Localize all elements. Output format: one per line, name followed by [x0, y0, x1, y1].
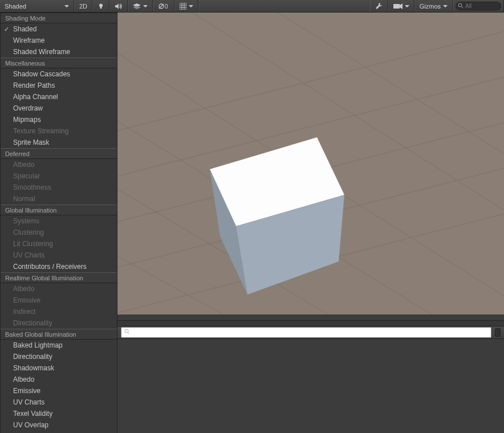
svg-marker-4: [133, 6, 141, 9]
scene-search-wrap: [453, 0, 504, 12]
gizmo-settings-dropdown[interactable]: [174, 0, 198, 12]
bottom-toolbar-button[interactable]: [495, 328, 501, 337]
svg-text:0: 0: [165, 3, 168, 10]
menu-item-label: Albedo: [13, 285, 34, 293]
menu-item-label: Texture Streaming: [13, 127, 68, 135]
menu-item[interactable]: Wireframe: [1, 35, 117, 46]
menu-item[interactable]: UV Charts: [1, 397, 117, 408]
tools-button[interactable]: [370, 0, 388, 12]
menu-item-label: UV Charts: [13, 251, 44, 259]
menu-item[interactable]: Contributors / Receivers: [1, 261, 117, 272]
panel-tab-strip: [117, 321, 504, 326]
menu-item-label: Normal: [13, 195, 35, 203]
fx-dropdown[interactable]: [128, 0, 153, 12]
chevron-down-icon: [443, 5, 448, 7]
bottom-search-input[interactable]: [121, 327, 491, 338]
layers-icon: [133, 3, 141, 9]
menu-item[interactable]: UV Overlap: [1, 419, 117, 431]
menu-item-label: Wireframe: [13, 36, 44, 44]
menu-item: Normal: [1, 193, 117, 205]
menu-item[interactable]: Baked Lightmap: [1, 340, 117, 351]
menu-item: UV Charts: [1, 250, 117, 261]
menu-section-header: Global Illumination: [1, 205, 117, 215]
menu-item: Smoothness: [1, 182, 117, 193]
scene-viewport[interactable]: [117, 13, 504, 314]
menu-item-label: Emissive: [13, 296, 40, 304]
chevron-down-icon: [64, 5, 69, 7]
camera-icon: [393, 3, 403, 10]
menu-item[interactable]: Overdraw: [1, 103, 117, 114]
bottom-toolbar: [117, 326, 504, 339]
menu-item: Emissive: [1, 295, 117, 306]
audio-icon: [115, 3, 123, 10]
bottom-panel: [117, 320, 504, 433]
menu-item: Lit Clustering: [1, 238, 117, 250]
menu-item[interactable]: Shadowmask: [1, 362, 117, 374]
search-icon: [458, 3, 464, 9]
menu-item[interactable]: Texel Validity: [1, 408, 117, 419]
menu-item[interactable]: Albedo: [1, 374, 117, 385]
svg-rect-13: [393, 4, 400, 9]
menu-item-label: Emissive: [13, 387, 40, 395]
menu-item: Directionality: [1, 317, 117, 329]
svg-rect-1: [100, 7, 102, 9]
menu-item: Systems: [1, 215, 117, 227]
menu-item[interactable]: Alpha Channel: [1, 91, 117, 103]
menu-item-label: Directionality: [13, 319, 52, 327]
menu-item[interactable]: Shadow Cascades: [1, 68, 117, 80]
menu-item[interactable]: Directionality: [1, 351, 117, 362]
menu-item-label: Lit Clustering: [13, 240, 53, 248]
menu-item[interactable]: Render Paths: [1, 80, 117, 91]
menu-item[interactable]: Mipmaps: [1, 114, 117, 125]
view-2d-toggle[interactable]: 2D: [74, 0, 92, 12]
svg-point-32: [125, 329, 128, 333]
menu-item: Specular: [1, 170, 117, 182]
camera-dropdown[interactable]: [388, 0, 414, 12]
lighting-toggle[interactable]: [92, 0, 109, 12]
menu-item: Clustering: [1, 227, 117, 238]
menu-item[interactable]: ✓Shaded: [1, 23, 117, 35]
menu-item-label: Specular: [13, 172, 40, 180]
menu-item: Albedo: [1, 283, 117, 295]
menu-item-label: UV Charts: [13, 398, 44, 406]
menu-section-header: Deferred: [1, 148, 117, 159]
menu-item-label: Alpha Channel: [13, 93, 58, 101]
menu-item-label: Albedo: [13, 375, 34, 383]
menu-section-header: Realtime Global Illumination: [1, 272, 117, 283]
menu-item-label: Systems: [13, 217, 39, 225]
menu-item: Texture Streaming: [1, 125, 117, 137]
menu-item: Indirect: [1, 306, 117, 317]
gizmos-dropdown[interactable]: Gizmos: [414, 0, 453, 12]
chevron-down-icon: [405, 5, 409, 7]
draw-mode-dropdown[interactable]: Shaded: [0, 0, 74, 12]
menu-item-label: Shadowmask: [13, 364, 54, 372]
menu-item[interactable]: Shaded Wireframe: [1, 46, 117, 58]
menu-item[interactable]: Sprite Mask: [1, 137, 117, 148]
menu-item-label: Indirect: [13, 308, 35, 316]
menu-item: Albedo: [1, 159, 117, 170]
menu-item-label: UV Overlap: [13, 421, 48, 429]
menu-item-label: Texel Validity: [13, 410, 52, 418]
menu-item-label: Render Paths: [13, 81, 55, 89]
svg-marker-2: [115, 3, 119, 9]
wrench-icon: [375, 2, 383, 10]
menu-item-label: Overdraw: [13, 104, 43, 112]
chevron-down-icon: [143, 5, 148, 7]
lightbulb-icon: [97, 3, 104, 10]
menu-item-label: Baked Lightmap: [13, 341, 63, 349]
menu-item-label: Mipmaps: [13, 116, 41, 124]
effects-toggle[interactable]: 0: [153, 0, 174, 12]
cube-object[interactable]: [192, 118, 363, 306]
audio-toggle[interactable]: [109, 0, 128, 12]
menu-item-label: Sprite Mask: [13, 138, 49, 146]
svg-line-33: [128, 333, 130, 334]
menu-section-header: Shading Mode: [1, 13, 117, 23]
menu-item-label: Clustering: [13, 228, 44, 236]
svg-marker-14: [400, 3, 403, 9]
menu-section-header: Miscellaneous: [1, 58, 117, 68]
menu-item-label: Contributors / Receivers: [13, 263, 87, 271]
check-icon: ✓: [4, 24, 9, 34]
menu-item[interactable]: Baked Lightmap Culling: [1, 431, 117, 433]
chevron-down-icon: [189, 5, 193, 7]
menu-item[interactable]: Emissive: [1, 385, 117, 397]
